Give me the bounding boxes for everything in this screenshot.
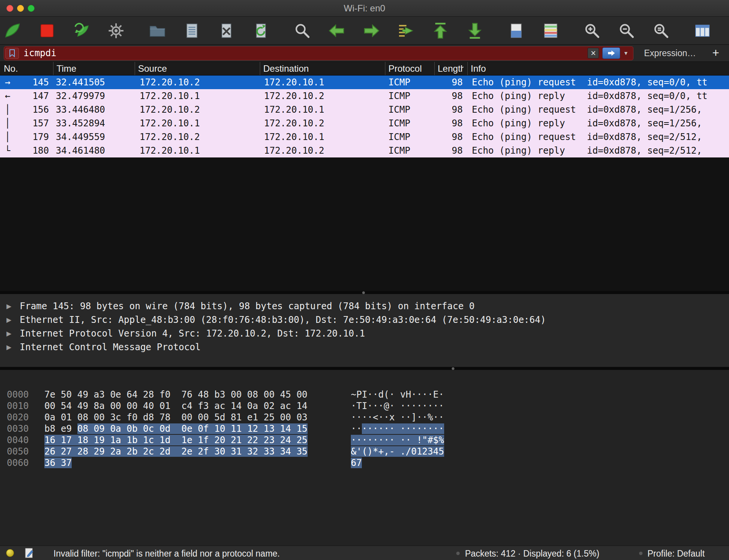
column-header-destination[interactable]: Destination <box>260 62 385 75</box>
apply-arrow-icon <box>607 50 616 57</box>
status-separator-dot <box>456 552 460 555</box>
arrow-down-bar-icon <box>466 22 484 40</box>
packet-row[interactable]: │ 179 34.449559 172.20.10.2 172.20.10.1 … <box>0 130 729 144</box>
expand-triangle-icon[interactable]: ▶ <box>0 316 20 324</box>
capture-stop-button[interactable] <box>35 19 59 42</box>
hex-bytes: 00 54 49 8a 00 00 40 01 c4 f3 ac 14 0a 0… <box>44 400 310 412</box>
filter-bar: icmpdi × ▼ Expression… + <box>0 45 729 62</box>
column-header-info[interactable]: Info <box>467 62 729 75</box>
add-filter-button[interactable]: + <box>712 46 719 60</box>
packet-no: 156 <box>15 103 53 116</box>
zoom-window-button[interactable] <box>28 5 35 12</box>
zoom-in-button[interactable] <box>580 19 604 42</box>
file-open-button[interactable] <box>146 19 169 42</box>
hex-bytes: 0a 01 08 00 3c f0 d8 78 00 00 5d 81 e1 2… <box>44 412 310 423</box>
hex-row[interactable]: 0040 16 17 18 19 1a 1b 1c 1d 1e 1f 20 21… <box>0 434 729 446</box>
capture-start-button[interactable] <box>1 19 24 42</box>
resize-columns-button[interactable] <box>691 19 714 42</box>
packet-destination: 172.20.10.1 <box>260 76 385 89</box>
profile-label[interactable]: Profile: Default <box>647 549 705 559</box>
expand-triangle-icon[interactable]: ▶ <box>0 302 20 310</box>
packet-protocol: ICMP <box>385 76 434 89</box>
expand-triangle-icon[interactable]: ▶ <box>0 343 20 351</box>
hex-offset: 0040 <box>7 434 29 446</box>
hex-pre: b8 e9 <box>44 423 77 434</box>
hex-row[interactable]: 0000 7e 50 49 a3 0e 64 28 f0 76 48 b3 00… <box>0 389 729 400</box>
colorize-packets-button[interactable] <box>504 19 528 42</box>
hex-row[interactable]: 0060 36 37 67 <box>0 457 729 469</box>
capture-restart-button[interactable] <box>70 19 93 42</box>
packet-source: 172.20.10.2 <box>135 76 260 89</box>
hex-offset: 0050 <box>7 446 29 457</box>
zoom-out-button[interactable] <box>615 19 638 42</box>
filter-dropdown-caret[interactable]: ▼ <box>623 50 628 56</box>
window-title: Wi-Fi: en0 <box>0 3 729 14</box>
expression-button[interactable]: Expression… <box>644 48 696 58</box>
display-filter-input[interactable]: icmpdi × ▼ <box>4 46 633 60</box>
packet-row[interactable]: → 145 32.441505 172.20.10.2 172.20.10.1 … <box>0 76 729 89</box>
column-header-no[interactable]: No. <box>0 62 53 75</box>
go-first-packet-button[interactable] <box>429 19 452 42</box>
hex-row[interactable]: 0030 b8 e9 08 09 0a 0b 0c 0d 0e 0f 10 11… <box>0 423 729 434</box>
ascii-selected: &'()*+,- ./012345 <box>351 446 444 457</box>
filter-clear-button[interactable]: × <box>588 48 599 58</box>
splitter-grip-icon <box>362 291 365 294</box>
close-window-button[interactable] <box>6 5 13 12</box>
detail-row[interactable]: ▶ Ethernet II, Src: Apple_48:b3:00 (28:f… <box>0 313 729 327</box>
pane-splitter[interactable] <box>0 291 729 294</box>
folder-icon <box>148 22 167 40</box>
packet-protocol: ICMP <box>385 116 434 130</box>
expand-triangle-icon[interactable]: ▶ <box>0 330 20 337</box>
column-header-protocol[interactable]: Protocol <box>385 62 434 75</box>
hex-bytes: 16 17 18 19 1a 1b 1c 1d 1e 1f 20 21 22 2… <box>44 434 310 446</box>
pane-splitter[interactable] <box>0 367 729 370</box>
column-label: Time <box>57 63 76 74</box>
column-label: Destination <box>263 63 309 74</box>
filter-apply-button[interactable] <box>602 47 620 59</box>
column-header-length[interactable]: Length <box>434 62 467 75</box>
packet-list: No. Time Source Destination Protocol Len… <box>0 62 729 291</box>
zoom-100-button[interactable] <box>649 19 673 42</box>
hex-row[interactable]: 0020 0a 01 08 00 3c f0 d8 78 00 00 5d 81… <box>0 412 729 423</box>
ascii-pre: ~PI··d(· vH····E· <box>351 389 444 400</box>
hex-row[interactable]: 0010 00 54 49 8a 00 00 40 01 c4 f3 ac 14… <box>0 400 729 412</box>
packet-details-pane: ▶ Frame 145: 98 bytes on wire (784 bits)… <box>0 294 729 367</box>
go-to-packet-button[interactable] <box>394 19 418 42</box>
packet-row[interactable]: └ 180 34.461480 172.20.10.1 172.20.10.2 … <box>0 144 729 157</box>
hex-ascii: ········ ·· !"#$% <box>351 434 444 446</box>
reload-button[interactable] <box>249 19 273 42</box>
go-back-button[interactable] <box>325 19 349 42</box>
packet-list-empty-area <box>0 157 729 291</box>
status-bar: Invalid filter: "icmpdi" is neither a fi… <box>0 546 729 560</box>
zoom-in-icon <box>583 22 601 40</box>
filter-input-value: icmpdi <box>24 48 588 58</box>
stop-square-icon <box>38 22 56 40</box>
find-packet-button[interactable] <box>291 19 314 42</box>
detail-row[interactable]: ▶ Frame 145: 98 bytes on wire (784 bits)… <box>0 299 729 313</box>
column-header-source[interactable]: Source <box>135 62 260 75</box>
arrow-up-bar-icon <box>431 22 449 40</box>
go-forward-button[interactable] <box>360 19 383 42</box>
packet-row[interactable]: ← 147 32.479979 172.20.10.1 172.20.10.2 … <box>0 89 729 103</box>
detail-row[interactable]: ▶ Internet Protocol Version 4, Src: 172.… <box>0 327 729 340</box>
expert-info-icon[interactable] <box>6 549 14 557</box>
ascii-selected: ········ ·· !"#$% <box>351 435 444 445</box>
column-header-time[interactable]: Time <box>53 62 135 75</box>
hex-row[interactable]: 0050 26 27 28 29 2a 2b 2c 2d 2e 2f 30 31… <box>0 446 729 457</box>
packet-row[interactable]: │ 156 33.446480 172.20.10.2 172.20.10.1 … <box>0 103 729 116</box>
packet-length: 98 <box>434 144 467 157</box>
file-save-button[interactable] <box>180 19 204 42</box>
go-last-packet-button[interactable] <box>463 19 487 42</box>
auto-scroll-button[interactable] <box>539 19 562 42</box>
capture-comment-icon[interactable] <box>25 548 34 558</box>
filter-bookmark-button[interactable] <box>5 48 19 59</box>
packet-length: 98 <box>434 89 467 103</box>
packet-time: 34.449559 <box>53 130 135 144</box>
packet-row[interactable]: │ 157 33.452894 172.20.10.1 172.20.10.2 … <box>0 116 729 130</box>
minimize-window-button[interactable] <box>17 5 24 12</box>
ascii-pre: ····<··x ··]··%·· <box>351 412 444 423</box>
detail-row[interactable]: ▶ Internet Control Message Protocol <box>0 340 729 354</box>
file-close-button[interactable] <box>215 19 238 42</box>
capture-options-button[interactable] <box>104 19 128 42</box>
main-toolbar <box>0 17 729 45</box>
